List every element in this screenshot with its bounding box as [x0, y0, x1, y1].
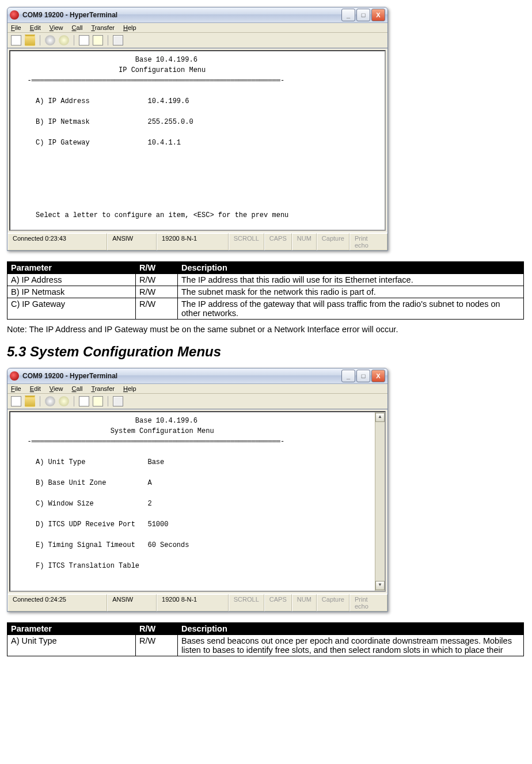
toolbar	[7, 394, 387, 409]
menu-transfer[interactable]: Transfer	[91, 385, 115, 392]
status-params: 19200 8-N-1	[157, 233, 229, 250]
menu-call[interactable]: Call	[72, 24, 83, 31]
header-description: Description	[178, 622, 524, 634]
cell-parameter: A) IP Address	[7, 274, 136, 286]
note-text: Note: The IP Address and IP Gateway must…	[7, 324, 524, 336]
client-area: Base 10.4.199.6 IP Configuration Menu -═…	[7, 48, 387, 233]
status-emulation: ANSIW	[107, 233, 157, 250]
window-title: COM9 19200 - HyperTerminal	[22, 11, 340, 19]
scrollbar[interactable]: ▲ ▼	[375, 412, 385, 591]
terminal-wrap: Base 10.4.199.6 IP Configuration Menu -═…	[9, 50, 386, 231]
header-parameter: Parameter	[7, 262, 136, 274]
scroll-up-icon[interactable]: ▲	[375, 413, 385, 422]
cell-description: Bases send beacons out once per epoch an…	[178, 634, 524, 656]
menu-file[interactable]: File	[11, 385, 21, 392]
status-caps: CAPS	[264, 594, 292, 611]
status-num: NUM	[292, 594, 317, 611]
cell-parameter: A) Unit Type	[7, 634, 136, 656]
menu-file[interactable]: File	[11, 24, 21, 31]
menu-edit[interactable]: Edit	[30, 24, 41, 31]
menu-help[interactable]: Help	[123, 385, 136, 392]
new-icon[interactable]	[11, 35, 21, 45]
cell-rw: R/W	[136, 286, 178, 298]
menu-help[interactable]: Help	[123, 24, 136, 31]
cell-description: The IP address that this radio will use …	[178, 274, 524, 286]
menubar: File Edit View Call Transfer Help	[7, 384, 387, 394]
new-icon[interactable]	[11, 396, 21, 406]
properties-icon[interactable]	[113, 396, 123, 406]
close-button[interactable]: X	[371, 370, 385, 382]
call-icon[interactable]	[45, 396, 55, 406]
menu-edit[interactable]: Edit	[30, 385, 41, 392]
titlebar[interactable]: COM9 19200 - HyperTerminal _ □ X	[7, 368, 387, 384]
app-icon	[10, 10, 19, 20]
status-echo: Print echo	[349, 233, 387, 250]
statusbar: Connected 0:24:25 ANSIW 19200 8-N-1 SCRO…	[7, 594, 387, 611]
properties-icon[interactable]	[113, 35, 123, 45]
titlebar[interactable]: COM9 19200 - HyperTerminal _ □ X	[7, 7, 387, 23]
status-params: 19200 8-N-1	[157, 594, 229, 611]
minimize-button[interactable]: _	[341, 9, 355, 21]
receive-icon[interactable]	[93, 396, 103, 406]
table-row: A) Unit TypeR/WBases send beacons out on…	[7, 634, 524, 656]
maximize-button[interactable]: □	[356, 370, 370, 382]
separator	[74, 396, 74, 406]
menu-call[interactable]: Call	[72, 385, 83, 392]
separator	[108, 396, 108, 406]
terminal-output[interactable]: Base 10.4.199.6 IP Configuration Menu -═…	[10, 51, 385, 230]
send-icon[interactable]	[79, 396, 89, 406]
cell-description: The subnet mask for the network this rad…	[178, 286, 524, 298]
app-icon	[10, 371, 19, 381]
cell-rw: R/W	[136, 298, 178, 320]
receive-icon[interactable]	[93, 35, 103, 45]
status-echo: Print echo	[349, 594, 387, 611]
menu-view[interactable]: View	[50, 24, 63, 31]
toolbar	[7, 33, 387, 48]
separator	[74, 35, 74, 45]
call-icon[interactable]	[45, 35, 55, 45]
statusbar: Connected 0:23:43 ANSIW 19200 8-N-1 SCRO…	[7, 233, 387, 250]
hangup-icon[interactable]	[59, 396, 69, 406]
terminal-wrap: Base 10.4.199.6 System Configuration Men…	[9, 411, 386, 592]
section-heading: 5.3 System Configuration Menus	[7, 344, 525, 360]
send-icon[interactable]	[79, 35, 89, 45]
table-row: C) IP GatewayR/WThe IP address of the ga…	[7, 298, 524, 320]
separator	[40, 396, 40, 406]
table-header-row: Parameter R/W Description	[7, 622, 524, 634]
cell-parameter: B) IP Netmask	[7, 286, 136, 298]
open-icon[interactable]	[25, 396, 35, 407]
status-capture: Capture	[317, 594, 349, 611]
status-caps: CAPS	[264, 233, 292, 250]
table-row: B) IP NetmaskR/WThe subnet mask for the …	[7, 286, 524, 298]
hyperterminal-window-2: COM9 19200 - HyperTerminal _ □ X File Ed…	[7, 368, 388, 612]
open-icon[interactable]	[25, 35, 35, 46]
terminal-output[interactable]: Base 10.4.199.6 System Configuration Men…	[10, 412, 375, 591]
maximize-button[interactable]: □	[356, 9, 370, 21]
status-scroll: SCROLL	[229, 594, 264, 611]
parameter-table-2: Parameter R/W Description A) Unit TypeR/…	[7, 622, 524, 656]
status-connection: Connected 0:23:43	[7, 233, 107, 250]
window-title: COM9 19200 - HyperTerminal	[22, 372, 340, 380]
close-button[interactable]: X	[371, 9, 385, 21]
minimize-button[interactable]: _	[341, 370, 355, 382]
separator	[40, 35, 40, 45]
header-parameter: Parameter	[7, 622, 136, 634]
status-capture: Capture	[317, 233, 349, 250]
scroll-down-icon[interactable]: ▼	[375, 581, 385, 590]
header-description: Description	[178, 262, 524, 274]
menu-transfer[interactable]: Transfer	[91, 24, 115, 31]
status-scroll: SCROLL	[229, 233, 264, 250]
cell-rw: R/W	[136, 274, 178, 286]
status-num: NUM	[292, 233, 317, 250]
header-rw: R/W	[136, 262, 178, 274]
parameter-table-1: Parameter R/W Description A) IP AddressR…	[7, 261, 524, 320]
status-connection: Connected 0:24:25	[7, 594, 107, 611]
cell-description: The IP address of the gateway that will …	[178, 298, 524, 320]
menu-view[interactable]: View	[50, 385, 63, 392]
client-area: Base 10.4.199.6 System Configuration Men…	[7, 409, 387, 594]
header-rw: R/W	[136, 622, 178, 634]
menubar: File Edit View Call Transfer Help	[7, 23, 387, 33]
hangup-icon[interactable]	[59, 35, 69, 45]
table-header-row: Parameter R/W Description	[7, 262, 524, 274]
cell-parameter: C) IP Gateway	[7, 298, 136, 320]
